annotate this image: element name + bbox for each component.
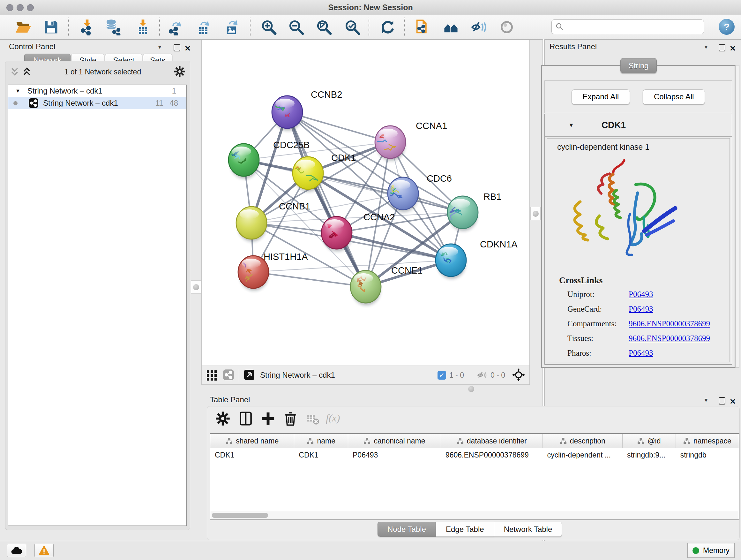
column-header-id[interactable]: @id	[623, 434, 676, 448]
column-header-database-identifier[interactable]: database identifier	[441, 434, 543, 448]
network-view-share-button[interactable]	[223, 369, 234, 381]
pharos-link[interactable]: P06493	[629, 349, 653, 358]
toolbar-separator	[68, 17, 69, 36]
search-box[interactable]	[551, 19, 704, 34]
float-window-icon	[174, 44, 180, 51]
zoom-in-button[interactable]	[260, 18, 278, 36]
left-splitter-handle[interactable]	[191, 280, 201, 294]
results-panel-float-button[interactable]	[719, 44, 725, 52]
zoom-selected-icon	[344, 19, 360, 36]
network-node-ccnb1[interactable]	[236, 206, 267, 242]
table-panel-menu-button[interactable]: ▼	[703, 397, 709, 403]
compartments-link[interactable]: 9606.ENSP00000378699	[629, 319, 710, 328]
grid-view-button[interactable]	[206, 369, 218, 381]
birdseye-toggle-button[interactable]	[512, 368, 525, 382]
scrollbar-thumb[interactable]	[212, 513, 268, 518]
export-image-button[interactable]	[223, 18, 241, 36]
string-home-button[interactable]	[442, 18, 460, 36]
expand-all-button[interactable]: Expand All	[571, 89, 630, 105]
close-icon: ✕	[185, 44, 191, 53]
right-splitter-handle[interactable]	[530, 207, 541, 220]
column-header-description[interactable]: description	[543, 434, 623, 448]
column-header-canonical-name[interactable]: canonical name	[348, 434, 441, 448]
control-panel-float-button[interactable]	[174, 44, 180, 52]
tab-string-results[interactable]: String	[620, 58, 657, 73]
table-tabs: Node Table Edge Table Network Table	[378, 522, 562, 537]
network-node-ccna2[interactable]	[321, 216, 352, 252]
node-label: CDK1	[331, 152, 356, 163]
import-table-button[interactable]	[134, 18, 152, 36]
table-row[interactable]: CDK1 CDK1 P06493 9606.ENSP00000378699 cy…	[210, 448, 739, 462]
network-collection-row[interactable]: ▼ String Network – cdk1 1	[8, 85, 186, 97]
column-header-namespace[interactable]: namespace	[676, 434, 739, 448]
network-node-cdc25b[interactable]	[228, 144, 259, 179]
cloud-status-button[interactable]	[7, 544, 26, 557]
control-panel-menu-button[interactable]: ▼	[157, 44, 162, 51]
export-network-button[interactable]	[167, 18, 185, 36]
network-row-selected[interactable]: String Network – cdk1 11 48	[8, 97, 186, 109]
network-canvas[interactable]: CCNB2CCNA1CDC25BCDK1CDC6RB1CCNB1CCNA2CDK…	[202, 40, 529, 365]
apply-layout-button[interactable]	[379, 18, 397, 36]
table-options-button[interactable]	[215, 411, 231, 427]
table-panel-close-button[interactable]: ✕	[730, 397, 736, 406]
gene-section-header[interactable]: ▼ CDK1	[545, 114, 732, 137]
tab-node-table[interactable]: Node Table	[378, 522, 436, 537]
memory-button[interactable]: Memory	[687, 543, 735, 558]
delete-table-button[interactable]	[305, 411, 321, 427]
collapse-all-button[interactable]: Collapse All	[643, 89, 705, 105]
collapse-all-networks-button[interactable]	[10, 67, 19, 77]
network-node-rb1[interactable]	[448, 196, 478, 231]
detach-view-button[interactable]	[244, 369, 255, 381]
results-panel-close-button[interactable]: ✕	[730, 44, 736, 53]
function-builder-button[interactable]: f(x)	[326, 412, 340, 428]
string-import-button[interactable]	[414, 18, 431, 36]
export-table-icon	[196, 19, 212, 36]
open-session-button[interactable]	[14, 18, 32, 36]
window-title: Session: New Session	[0, 3, 741, 12]
results-panel-menu-button[interactable]: ▼	[703, 44, 709, 51]
edge-count: 48	[170, 99, 178, 108]
question-icon: ?	[724, 21, 730, 32]
tab-edge-table[interactable]: Edge Table	[436, 522, 494, 537]
hide-glass-button[interactable]	[470, 18, 488, 36]
genecard-link[interactable]: P06493	[629, 305, 653, 314]
delete-columns-button[interactable]	[282, 411, 298, 427]
network-options-button[interactable]	[174, 66, 185, 78]
protein-structure-image	[562, 154, 692, 260]
column-header-name[interactable]: name	[294, 434, 348, 448]
column-header-shared-name[interactable]: shared name	[210, 434, 294, 448]
create-column-button[interactable]	[260, 411, 276, 427]
control-panel-close-button[interactable]: ✕	[185, 44, 191, 53]
network-node-cdk1[interactable]	[291, 157, 323, 192]
zoom-selected-button[interactable]	[343, 18, 361, 36]
warnings-button[interactable]	[35, 544, 54, 557]
zoom-out-button[interactable]	[287, 18, 305, 36]
export-table-button[interactable]	[195, 18, 213, 36]
selected-checkbox-icon[interactable]: ✓	[437, 371, 446, 380]
string-network-icon	[28, 98, 39, 108]
enhanced-graphics-button[interactable]	[498, 18, 516, 36]
warning-icon	[39, 546, 50, 555]
tab-network-table[interactable]: Network Table	[494, 522, 562, 537]
tissues-link[interactable]: 9606.ENSP00000378699	[629, 334, 710, 343]
table-horizontal-scrollbar[interactable]	[210, 511, 739, 519]
uniprot-link[interactable]: P06493	[629, 290, 653, 299]
show-columns-button[interactable]	[238, 411, 254, 427]
open-folder-icon	[15, 19, 31, 36]
results-scrollbar[interactable]	[735, 65, 739, 368]
help-button[interactable]: ?	[719, 19, 735, 35]
table-panel-float-button[interactable]	[719, 397, 725, 406]
node-label: CCNB1	[279, 201, 310, 211]
network-node-ccnb2[interactable]	[272, 96, 302, 131]
import-network-from-database-button[interactable]	[105, 18, 123, 36]
search-input[interactable]	[567, 22, 700, 32]
network-node-cdkn1a[interactable]	[435, 244, 466, 279]
gear-icon	[215, 411, 230, 426]
zoom-fit-button[interactable]	[315, 18, 333, 36]
horizontal-splitter-handle[interactable]	[467, 386, 475, 392]
expand-all-networks-button[interactable]	[22, 67, 31, 77]
network-node-ccne1[interactable]	[350, 270, 381, 306]
import-network-button[interactable]	[78, 18, 96, 36]
network-node-ccna1[interactable]	[375, 126, 406, 161]
save-session-button[interactable]	[42, 18, 60, 36]
